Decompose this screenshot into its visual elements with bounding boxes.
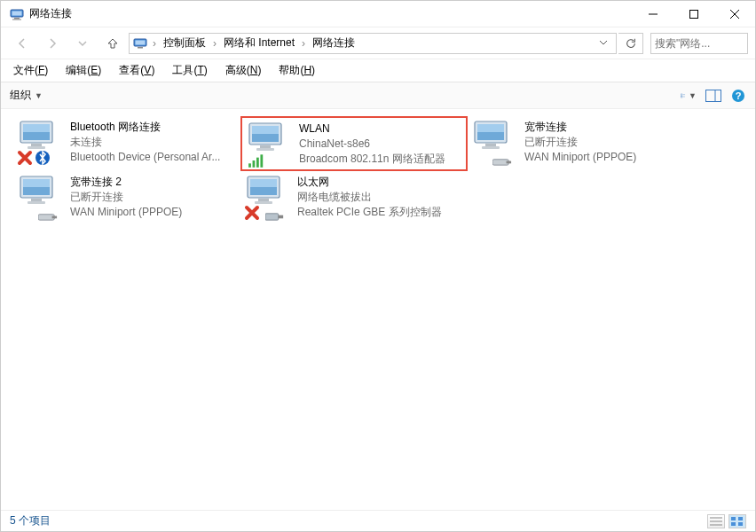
connection-icon <box>248 121 292 166</box>
bluetooth-icon <box>35 150 51 166</box>
address-bar[interactable]: › 控制面板 › 网络和 Internet › 网络连接 <box>129 33 617 54</box>
chevron-right-icon: › <box>302 37 305 50</box>
view-options-button[interactable]: ▼ <box>681 88 697 104</box>
svg-rect-60 <box>738 522 743 526</box>
breadcrumb-network-connections[interactable]: 网络连接 <box>309 34 358 52</box>
chevron-right-icon: › <box>213 37 217 50</box>
svg-rect-47 <box>52 216 58 219</box>
breadcrumb-control-panel[interactable]: 控制面板 <box>160 34 209 52</box>
menu-view[interactable]: 查看(V) <box>115 61 158 80</box>
svg-rect-22 <box>31 144 42 146</box>
back-button[interactable] <box>8 31 36 56</box>
connection-name: Bluetooth 网络连接 <box>70 120 220 135</box>
svg-rect-33 <box>260 154 263 167</box>
connection-item[interactable]: WLAN ChinaNet-s8e6 Broadcom 802.11n 网络适配… <box>240 116 468 171</box>
maximize-button[interactable] <box>673 1 714 27</box>
connection-status: 已断开连接 <box>524 135 636 150</box>
help-button[interactable]: ? <box>730 88 746 104</box>
disabled-x-icon <box>244 205 260 221</box>
minimize-button[interactable] <box>633 1 673 27</box>
svg-rect-31 <box>253 160 256 168</box>
connection-device: WAN Miniport (PPPOE) <box>524 150 636 165</box>
svg-rect-21 <box>23 124 50 132</box>
svg-rect-29 <box>256 148 274 151</box>
chevron-down-icon: ▼ <box>35 91 43 100</box>
connection-item[interactable]: 宽带连接 2 已断开连接 WAN Miniport (PPPOE) <box>13 171 240 226</box>
window: 网络连接 › 控制面板 › 网络和 Internet › 网络连接 <box>0 0 756 532</box>
titlebar: 网络连接 <box>1 1 755 27</box>
connection-device: Realtek PCIe GBE 系列控制器 <box>297 205 442 220</box>
connection-name: 以太网 <box>297 175 442 190</box>
svg-rect-23 <box>28 146 45 149</box>
close-button[interactable] <box>714 1 755 27</box>
connection-info: WLAN ChinaNet-s8e6 Broadcom 802.11n 网络适配… <box>299 121 445 166</box>
chevron-right-icon: › <box>153 37 156 50</box>
svg-rect-37 <box>485 144 496 146</box>
svg-rect-43 <box>23 179 50 187</box>
svg-rect-9 <box>136 40 146 44</box>
connection-item[interactable]: 宽带连接 已断开连接 WAN Miniport (PPPOE) <box>468 116 695 171</box>
network-connections-icon <box>10 7 24 21</box>
connection-name: WLAN <box>299 121 445 137</box>
up-button[interactable] <box>98 31 127 56</box>
svg-rect-57 <box>731 517 736 520</box>
menu-tools[interactable]: 工具(T) <box>169 61 210 80</box>
nav-bar: › 控制面板 › 网络和 Internet › 网络连接 <box>1 27 755 59</box>
svg-rect-59 <box>731 522 736 526</box>
menu-bar: 文件(F) 编辑(E) 查看(V) 工具(T) 高级(N) 帮助(H) <box>1 59 755 82</box>
connection-status: 未连接 <box>70 135 220 150</box>
connection-device: Broadcom 802.11n 网络适配器 <box>299 152 445 167</box>
svg-rect-36 <box>477 124 504 132</box>
connection-name: 宽带连接 2 <box>70 175 182 190</box>
forward-button[interactable] <box>38 31 67 56</box>
svg-rect-2 <box>14 18 20 20</box>
connection-icon <box>19 175 63 219</box>
connection-info: 以太网 网络电缆被拔出 Realtek PCIe GBE 系列控制器 <box>297 175 442 219</box>
content-area[interactable]: Bluetooth 网络连接 未连接 Bluetooth Device (Per… <box>1 109 755 510</box>
organize-button[interactable]: 组织 ▼ <box>10 88 43 103</box>
svg-text:?: ? <box>736 90 742 101</box>
wifi-signal-icon <box>248 152 265 169</box>
connection-status: ChinaNet-s8e6 <box>299 137 445 152</box>
large-icons-view-button[interactable] <box>728 514 746 528</box>
connection-status: 网络电缆被拔出 <box>297 190 442 205</box>
refresh-button[interactable] <box>618 33 643 54</box>
svg-rect-32 <box>256 158 259 168</box>
menu-edit[interactable]: 编辑(E) <box>62 61 105 80</box>
connections-list: Bluetooth 网络连接 未连接 Bluetooth Device (Per… <box>13 116 743 226</box>
search-box[interactable] <box>650 33 748 54</box>
svg-rect-10 <box>138 47 143 49</box>
connection-info: Bluetooth 网络连接 未连接 Bluetooth Device (Per… <box>70 120 220 164</box>
organize-label: 组织 <box>10 88 31 103</box>
svg-rect-39 <box>492 160 508 165</box>
svg-rect-11 <box>681 93 682 95</box>
svg-rect-53 <box>265 214 279 220</box>
recent-locations-button[interactable] <box>68 31 97 56</box>
svg-rect-27 <box>252 126 279 134</box>
connection-item[interactable]: Bluetooth 网络连接 未连接 Bluetooth Device (Per… <box>13 116 240 171</box>
menu-file[interactable]: 文件(F) <box>10 61 51 80</box>
connection-info: 宽带连接 2 已断开连接 WAN Miniport (PPPOE) <box>70 175 182 219</box>
address-dropdown-button[interactable] <box>595 37 612 50</box>
modem-icon <box>38 212 58 221</box>
svg-rect-44 <box>31 199 42 201</box>
svg-rect-51 <box>258 199 269 201</box>
details-view-button[interactable] <box>707 514 725 528</box>
ethernet-icon <box>265 212 285 221</box>
svg-rect-15 <box>706 90 721 101</box>
connection-status: 已断开连接 <box>70 190 182 205</box>
search-input[interactable] <box>655 37 744 50</box>
breadcrumb-network-internet[interactable]: 网络和 Internet <box>220 34 298 52</box>
menu-advanced[interactable]: 高级(N) <box>222 61 265 80</box>
disabled-x-icon <box>17 150 33 166</box>
connection-info: 宽带连接 已断开连接 WAN Miniport (PPPOE) <box>524 120 636 164</box>
svg-rect-58 <box>738 517 743 520</box>
connection-device: WAN Miniport (PPPOE) <box>70 205 182 220</box>
preview-pane-button[interactable] <box>705 88 721 104</box>
status-bar: 5 个项目 <box>1 510 755 531</box>
menu-help[interactable]: 帮助(H) <box>275 61 319 80</box>
connection-item[interactable]: 以太网 网络电缆被拔出 Realtek PCIe GBE 系列控制器 <box>240 171 468 226</box>
svg-rect-28 <box>260 145 271 148</box>
connection-icon <box>473 120 517 164</box>
svg-rect-52 <box>255 201 272 204</box>
